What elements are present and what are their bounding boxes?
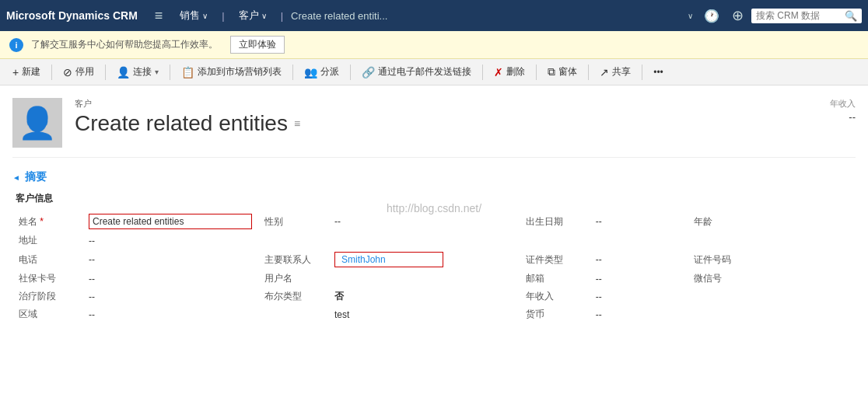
summary-toggle-icon: ◄ bbox=[12, 173, 20, 182]
page-title-chevron[interactable]: ∨ bbox=[688, 12, 693, 20]
field-value-currency: -- bbox=[590, 305, 688, 323]
toolbar-divider-3 bbox=[170, 65, 170, 80]
add-marketing-label: 添加到市场营销列表 bbox=[198, 65, 282, 78]
edit-title-icon[interactable]: ≡ bbox=[294, 117, 300, 130]
toolbar-divider-4 bbox=[292, 65, 293, 80]
toolbar-divider-9 bbox=[642, 65, 642, 80]
table-row: 社保卡号 -- 用户名 邮箱 -- 微信号 bbox=[12, 270, 856, 288]
search-input[interactable] bbox=[756, 10, 842, 21]
field-value-region: -- bbox=[82, 305, 258, 323]
more-icon: ••• bbox=[653, 67, 663, 78]
share-button[interactable]: ↗ 共享 bbox=[593, 62, 637, 82]
field-label-annual-rev: 年收入 bbox=[520, 288, 590, 305]
delete-icon: ✗ bbox=[494, 66, 503, 78]
search-icon: 🔍 bbox=[845, 10, 857, 22]
table-row: 区域 -- test 货币 -- bbox=[12, 305, 856, 323]
nav-right: 🕐 ⊕ 🔍 bbox=[699, 4, 862, 27]
connect-chevron: ▾ bbox=[155, 68, 159, 76]
form-section-label: 客户信息 bbox=[12, 192, 856, 205]
toolbar-divider-8 bbox=[588, 65, 589, 80]
field-value-birthdate: -- bbox=[590, 211, 688, 232]
email-link-label: 通过电子邮件发送链接 bbox=[378, 65, 471, 78]
record-sidebar-right: 年收入 -- bbox=[793, 98, 856, 123]
hamburger-icon[interactable]: ≡ bbox=[150, 5, 168, 27]
field-value-cert-no bbox=[758, 249, 856, 270]
contact-input-cell[interactable]: SmithJohn bbox=[334, 252, 443, 267]
summary-section: ◄ 摘要 客户信息 姓名 * Create related ent bbox=[12, 170, 856, 323]
field-label-social: 社保卡号 bbox=[12, 270, 82, 288]
field-label-cert-no: 证件号码 bbox=[688, 249, 758, 270]
field-value-phone: -- bbox=[82, 249, 258, 270]
field-value-age bbox=[758, 211, 856, 232]
connect-button[interactable]: 👤 连接 ▾ bbox=[110, 62, 165, 82]
field-value-username bbox=[328, 270, 520, 288]
sales-chevron: ∨ bbox=[202, 12, 208, 20]
field-label-treatment: 治疗阶段 bbox=[12, 288, 82, 305]
deactivate-button[interactable]: ⊘ 停用 bbox=[57, 62, 100, 82]
required-indicator: * bbox=[40, 216, 44, 227]
new-button[interactable]: + 新建 bbox=[6, 62, 47, 82]
form-grid: 姓名 * Create related entities 性别 -- 出生日期 … bbox=[12, 211, 856, 323]
delete-label: 删除 bbox=[506, 65, 525, 78]
info-text: 了解交互服务中心如何帮助您提高工作效率。 bbox=[31, 38, 218, 51]
field-label-region: 区域 bbox=[12, 305, 82, 323]
summary-title: 摘要 bbox=[25, 170, 47, 184]
add-marketing-button[interactable]: 📋 添加到市场营销列表 bbox=[175, 62, 288, 82]
try-button[interactable]: 立即体验 bbox=[230, 36, 285, 54]
field-label-currency: 货币 bbox=[520, 305, 590, 323]
field-value-name[interactable]: Create related entities bbox=[82, 211, 258, 232]
table-row: 电话 -- 主要联系人 SmithJohn 证件类型 -- 证件号码 bbox=[12, 249, 856, 270]
record-header: 👤 客户 Create related entities ≡ 年收入 -- bbox=[12, 98, 856, 158]
toolbar-divider-2 bbox=[105, 65, 106, 80]
annual-revenue-value: -- bbox=[793, 111, 856, 123]
field-label-cert-type: 证件类型 bbox=[520, 249, 590, 270]
nav-sales[interactable]: 销售 ∨ bbox=[173, 5, 214, 26]
record-info: 客户 Create related entities ≡ bbox=[75, 98, 781, 136]
info-icon: i bbox=[9, 38, 23, 52]
toolbar-divider-6 bbox=[482, 65, 483, 80]
new-label: 新建 bbox=[22, 65, 40, 78]
form-icon: ⧉ bbox=[548, 65, 555, 78]
email-link-button[interactable]: 🔗 通过电子邮件发送链接 bbox=[355, 62, 478, 82]
more-button[interactable]: ••• bbox=[647, 64, 670, 81]
delete-button[interactable]: ✗ 删除 bbox=[488, 62, 531, 82]
connect-icon: 👤 bbox=[117, 66, 130, 78]
field-value-email: -- bbox=[590, 270, 688, 288]
avatar: 👤 bbox=[12, 98, 62, 148]
field-value-test: test bbox=[328, 305, 520, 323]
section-header-summary[interactable]: ◄ 摘要 bbox=[12, 170, 856, 184]
field-label-email: 邮箱 bbox=[520, 270, 590, 288]
top-navigation: Microsoft Dynamics CRM ≡ 销售 ∨ | 客户 ∨ | C… bbox=[0, 0, 868, 31]
field-value-annual-rev: -- bbox=[590, 288, 688, 305]
assign-button[interactable]: 👥 分派 bbox=[298, 62, 345, 82]
record-title-text: Create related entities bbox=[75, 111, 288, 136]
nav-customers[interactable]: 客户 ∨ bbox=[233, 5, 273, 26]
share-label: 共享 bbox=[612, 65, 631, 78]
info-banner: i 了解交互服务中心如何帮助您提高工作效率。 立即体验 bbox=[0, 31, 868, 59]
field-label-name: 姓名 * bbox=[12, 211, 82, 232]
field-label-test-label bbox=[258, 305, 328, 323]
form-button[interactable]: ⧉ 窗体 bbox=[541, 62, 583, 82]
field-value-contact[interactable]: SmithJohn bbox=[328, 249, 520, 270]
form-label: 窗体 bbox=[558, 65, 577, 78]
plus-circle-icon[interactable]: ⊕ bbox=[727, 4, 748, 27]
field-label-address: 地址 bbox=[12, 232, 82, 249]
table-row: 姓名 * Create related entities 性别 -- 出生日期 … bbox=[12, 211, 856, 232]
nav-sep-1: | bbox=[222, 10, 224, 22]
toolbar-divider-5 bbox=[350, 65, 351, 80]
new-icon: + bbox=[12, 66, 19, 78]
field-value-cert-type: -- bbox=[590, 249, 688, 270]
deactivate-icon: ⊘ bbox=[63, 66, 72, 78]
assign-icon: 👥 bbox=[304, 66, 317, 78]
person-icon: 👤 bbox=[18, 105, 57, 141]
toolbar: + 新建 ⊘ 停用 👤 连接 ▾ 📋 添加到市场营销列表 👥 分派 🔗 通过电子… bbox=[0, 59, 868, 85]
contact-link[interactable]: SmithJohn bbox=[341, 254, 386, 265]
connect-label: 连接 bbox=[133, 65, 152, 78]
field-value-boolean: 否 bbox=[328, 288, 520, 305]
annual-revenue-label: 年收入 bbox=[793, 98, 856, 110]
clock-icon[interactable]: 🕐 bbox=[699, 5, 724, 26]
field-label-username: 用户名 bbox=[258, 270, 328, 288]
name-input-cell[interactable]: Create related entities bbox=[89, 214, 252, 229]
field-label-wechat: 微信号 bbox=[688, 270, 758, 288]
field-label-gender: 性别 bbox=[258, 211, 328, 232]
